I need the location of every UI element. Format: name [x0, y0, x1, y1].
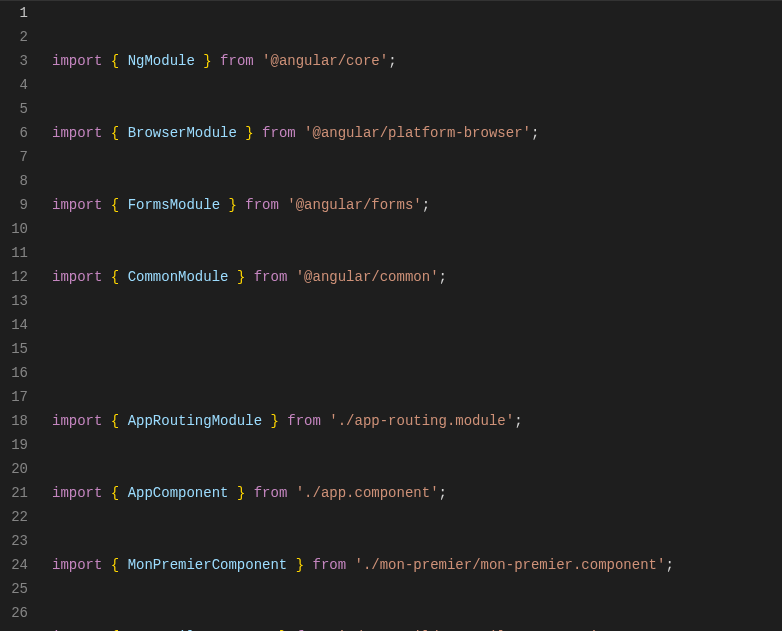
- code-line[interactable]: import { AppComponent } from './app.comp…: [52, 481, 674, 505]
- line-number: 6: [0, 121, 28, 145]
- code-line[interactable]: import { AppareilComponent } from './app…: [52, 625, 674, 631]
- line-number: 13: [0, 289, 28, 313]
- line-number: 12: [0, 265, 28, 289]
- line-number: 7: [0, 145, 28, 169]
- code-line[interactable]: import { BrowserModule } from '@angular/…: [52, 121, 674, 145]
- line-number: 25: [0, 577, 28, 601]
- line-number: 11: [0, 241, 28, 265]
- line-number-gutter: 1 2 3 4 5 6 7 8 9 10 11 12 13 14 15 16 1…: [0, 1, 40, 631]
- line-number: 23: [0, 529, 28, 553]
- code-line[interactable]: import { MonPremierComponent } from './m…: [52, 553, 674, 577]
- line-number: 21: [0, 481, 28, 505]
- line-number: 16: [0, 361, 28, 385]
- line-number: 3: [0, 49, 28, 73]
- code-line[interactable]: import { NgModule } from '@angular/core'…: [52, 49, 674, 73]
- line-number: 10: [0, 217, 28, 241]
- line-number: 14: [0, 313, 28, 337]
- line-number: 20: [0, 457, 28, 481]
- code-area[interactable]: import { NgModule } from '@angular/core'…: [40, 1, 674, 631]
- code-line[interactable]: [52, 337, 674, 361]
- code-editor[interactable]: 1 2 3 4 5 6 7 8 9 10 11 12 13 14 15 16 1…: [0, 0, 782, 631]
- line-number: 24: [0, 553, 28, 577]
- line-number: 15: [0, 337, 28, 361]
- code-line[interactable]: import { CommonModule } from '@angular/c…: [52, 265, 674, 289]
- line-number: 5: [0, 97, 28, 121]
- line-number: 26: [0, 601, 28, 625]
- line-number: 8: [0, 169, 28, 193]
- line-number: 1: [0, 1, 28, 25]
- line-number: 17: [0, 385, 28, 409]
- line-number: 18: [0, 409, 28, 433]
- code-line[interactable]: import { FormsModule } from '@angular/fo…: [52, 193, 674, 217]
- line-number: 22: [0, 505, 28, 529]
- line-number: 9: [0, 193, 28, 217]
- line-number: 19: [0, 433, 28, 457]
- line-number: 2: [0, 25, 28, 49]
- line-number: 4: [0, 73, 28, 97]
- code-line[interactable]: import { AppRoutingModule } from './app-…: [52, 409, 674, 433]
